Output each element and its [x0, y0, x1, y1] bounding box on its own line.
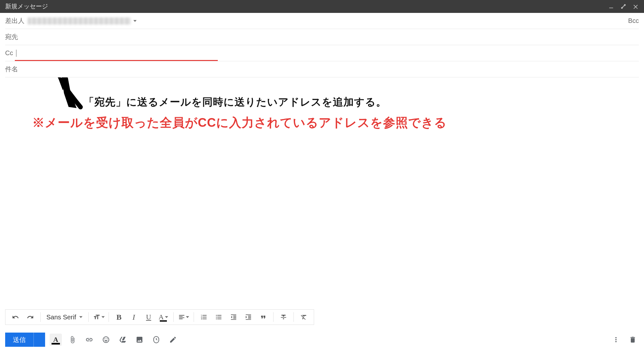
quote-button[interactable] [256, 311, 270, 324]
from-address-redacted [28, 17, 131, 25]
subject-row[interactable]: 件名 [5, 61, 639, 77]
send-button[interactable]: 送信 [5, 333, 34, 347]
subject-label: 件名 [5, 65, 18, 74]
format-toolbar: Sans Serif B I U A [5, 309, 314, 325]
arrow-annotation-icon [53, 77, 89, 113]
font-picker[interactable]: Sans Serif [44, 314, 85, 321]
numbered-list-button[interactable] [197, 311, 211, 324]
send-options-button[interactable] [34, 333, 45, 347]
redo-button[interactable] [24, 311, 37, 324]
strikethrough-button[interactable] [277, 311, 290, 324]
compose-fields: 差出人 Bcc 宛先 Cc 件名 [0, 13, 644, 77]
insert-emoji-button[interactable] [100, 334, 112, 346]
close-icon[interactable] [632, 3, 639, 10]
minimize-icon[interactable] [608, 3, 614, 10]
cc-row[interactable]: Cc [5, 45, 639, 61]
compose-body[interactable]: 「宛先」に送るメールを同時に送りたいアドレスを追加する。 ※メールを受け取った全… [0, 77, 644, 309]
window-title: 新規メッセージ [5, 2, 608, 11]
titlebar: 新規メッセージ [0, 0, 644, 13]
align-button[interactable] [177, 311, 190, 324]
text-color-button[interactable]: A [157, 311, 170, 324]
svg-rect-0 [609, 8, 613, 8]
annotation-text-2: ※メールを受け取った全員がCCに入力されているアドレスを参照できる [32, 115, 447, 131]
underline-button[interactable]: U [142, 311, 155, 324]
confidential-mode-button[interactable] [150, 334, 162, 346]
annotation-text-1: 「宛先」に送るメールを同時に送りたいアドレスを追加する。 [84, 95, 387, 109]
remove-formatting-button[interactable] [297, 311, 311, 324]
restore-icon[interactable] [620, 3, 627, 10]
insert-signature-button[interactable] [167, 334, 179, 346]
indent-less-button[interactable] [227, 311, 240, 324]
cc-highlight-underline [15, 60, 218, 61]
font-size-button[interactable] [92, 311, 105, 324]
insert-photo-button[interactable] [133, 334, 146, 346]
discard-draft-button[interactable] [627, 334, 639, 346]
insert-link-button[interactable] [83, 334, 95, 346]
chevron-down-icon [186, 316, 189, 318]
from-value[interactable] [28, 17, 137, 25]
attach-file-button[interactable] [66, 334, 79, 346]
to-input[interactable] [21, 33, 639, 41]
bcc-link[interactable]: Bcc [628, 17, 639, 25]
indent-more-button[interactable] [242, 311, 255, 324]
from-row: 差出人 Bcc [5, 13, 639, 29]
italic-button[interactable]: I [127, 311, 140, 324]
send-split-button: 送信 [5, 333, 45, 347]
subject-input[interactable] [21, 65, 639, 73]
window-controls [608, 3, 639, 10]
compose-actions: 送信 A [0, 329, 644, 350]
chevron-down-icon [79, 316, 82, 318]
chevron-down-icon[interactable] [133, 20, 137, 22]
more-options-button[interactable] [610, 334, 622, 346]
from-label: 差出人 [5, 16, 24, 25]
formatting-options-button[interactable]: A [50, 334, 62, 346]
to-row[interactable]: 宛先 [5, 29, 639, 45]
undo-button[interactable] [9, 311, 22, 324]
bulleted-list-button[interactable] [212, 311, 226, 324]
chevron-down-icon [101, 316, 105, 318]
font-name: Sans Serif [46, 314, 76, 321]
chevron-down-icon [165, 316, 168, 318]
to-label: 宛先 [5, 33, 18, 41]
insert-drive-button[interactable] [117, 334, 129, 346]
bold-button[interactable]: B [112, 311, 126, 324]
cc-label: Cc [5, 49, 13, 57]
